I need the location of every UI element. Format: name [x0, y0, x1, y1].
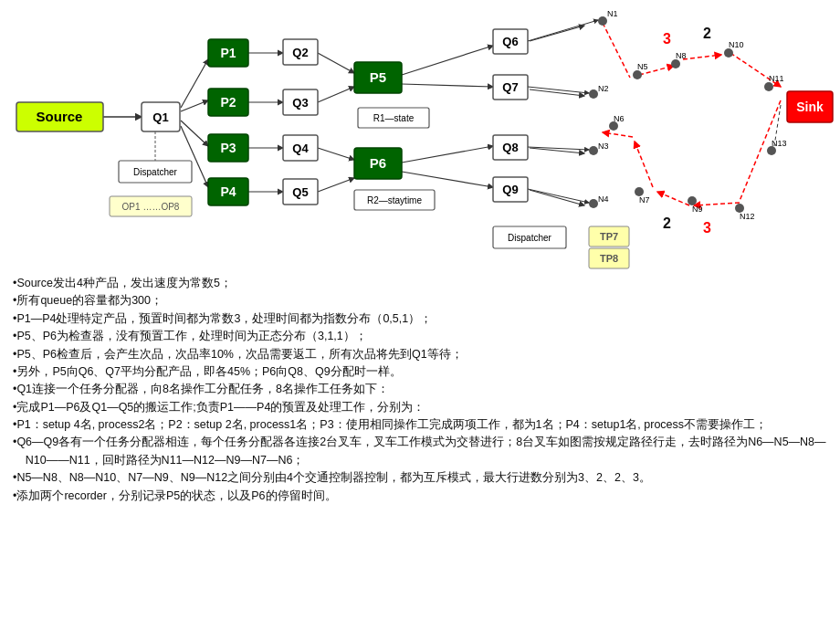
svg-text:2: 2 — [663, 215, 671, 231]
svg-point-89 — [589, 199, 598, 208]
svg-text:N4: N4 — [598, 194, 609, 204]
text-line-4: •P5、P6为检查器，没有预置工作，处理时间为正态分布（3,1,1）； — [13, 328, 827, 345]
svg-text:Q9: Q9 — [502, 183, 518, 196]
svg-text:N5: N5 — [637, 62, 648, 71]
text-line-5: •P5、P6检查后，会产生次品，次品率10%，次品需要返工，所有次品将先到Q1等… — [13, 346, 827, 363]
svg-text:3: 3 — [703, 220, 711, 236]
svg-text:N11: N11 — [769, 74, 784, 83]
svg-text:Q3: Q3 — [292, 96, 308, 110]
svg-text:P5: P5 — [370, 69, 386, 85]
svg-text:N9: N9 — [692, 205, 703, 214]
text-line-3: •P1—P4处理特定产品，预置时间都为常数3，处理时间都为指数分布（0,5,1）… — [13, 310, 827, 328]
svg-rect-0 — [0, 0, 840, 269]
svg-point-97 — [671, 59, 680, 68]
text-line-9: •P1：setup 4名, process2名；P2：setup 2名, pro… — [13, 416, 827, 434]
svg-text:Dispatcher: Dispatcher — [508, 233, 551, 243]
svg-text:2: 2 — [703, 26, 711, 41]
svg-text:P6: P6 — [370, 155, 386, 171]
svg-text:TP7: TP7 — [600, 231, 618, 242]
text-line-6: •另外，P5向Q6、Q7平均分配产品，即各45%；P6向Q8、Q9分配时一样。 — [13, 363, 827, 381]
text-line-12: •添加两个recorder，分别记录P5的状态，以及P6的停留时间。 — [13, 488, 827, 505]
svg-text:R2—staytime: R2—staytime — [367, 195, 422, 205]
source-label: Source — [37, 109, 83, 124]
svg-text:N2: N2 — [598, 84, 609, 93]
svg-point-87 — [589, 146, 598, 155]
svg-text:P2: P2 — [220, 95, 236, 110]
svg-text:Sink: Sink — [796, 100, 824, 114]
svg-point-101 — [724, 48, 733, 58]
svg-text:N1: N1 — [607, 9, 618, 18]
svg-point-85 — [589, 89, 598, 99]
svg-text:P3: P3 — [220, 141, 236, 155]
svg-text:3: 3 — [663, 31, 671, 47]
svg-point-91 — [633, 70, 642, 79]
svg-text:N10: N10 — [729, 40, 744, 49]
text-line-7: •Q1连接一个任务分配器，向8名操作工分配任务，8名操作工任务如下： — [13, 381, 827, 398]
svg-text:Q7: Q7 — [502, 80, 518, 94]
svg-point-103 — [764, 82, 773, 91]
svg-text:N6: N6 — [614, 114, 625, 123]
main-diagram: 3 2 2 3 Source Q1 Dispatcher OP1 ……OP8 P — [0, 0, 840, 269]
text-line-8: •完成P1—P6及Q1—Q5的搬运工作;负责P1——P4的预置及处理工作，分别为… — [13, 399, 827, 416]
svg-text:N7: N7 — [639, 195, 650, 205]
text-area: •Source发出4种产品，发出速度为常数5； •所有queue的容量都为300… — [0, 269, 840, 630]
svg-text:Dispatcher: Dispatcher — [133, 167, 177, 177]
text-line-10: •Q6—Q9各有一个任务分配器相连，每个任务分配器各连接2台叉车，叉车工作模式为… — [13, 434, 827, 469]
svg-text:OP1 ……OP8: OP1 ……OP8 — [122, 202, 180, 212]
svg-text:N3: N3 — [598, 142, 609, 151]
svg-text:R1—state: R1—state — [373, 113, 415, 123]
text-line-1: •Source发出4种产品，发出速度为常数5； — [13, 275, 827, 292]
svg-text:N13: N13 — [772, 139, 787, 148]
svg-text:Q5: Q5 — [292, 185, 308, 199]
svg-text:N12: N12 — [740, 212, 755, 221]
svg-text:Q8: Q8 — [502, 141, 518, 154]
text-line-11: •N5—N8、N8—N10、N7—N9、N9—N12之间分别由4个交通控制器控制… — [13, 469, 827, 487]
svg-text:P4: P4 — [220, 184, 236, 199]
svg-text:TP8: TP8 — [600, 253, 618, 264]
svg-text:Q2: Q2 — [292, 46, 308, 59]
svg-text:N8: N8 — [676, 51, 687, 60]
svg-text:Q4: Q4 — [292, 142, 309, 155]
text-line-2: •所有queue的容量都为300； — [13, 292, 827, 310]
svg-point-83 — [598, 16, 607, 26]
diagram-area: 3 2 2 3 Source Q1 Dispatcher OP1 ……OP8 P — [0, 0, 840, 269]
svg-text:Q6: Q6 — [502, 35, 518, 48]
svg-text:P1: P1 — [220, 46, 236, 60]
svg-text:Q1: Q1 — [152, 110, 168, 124]
